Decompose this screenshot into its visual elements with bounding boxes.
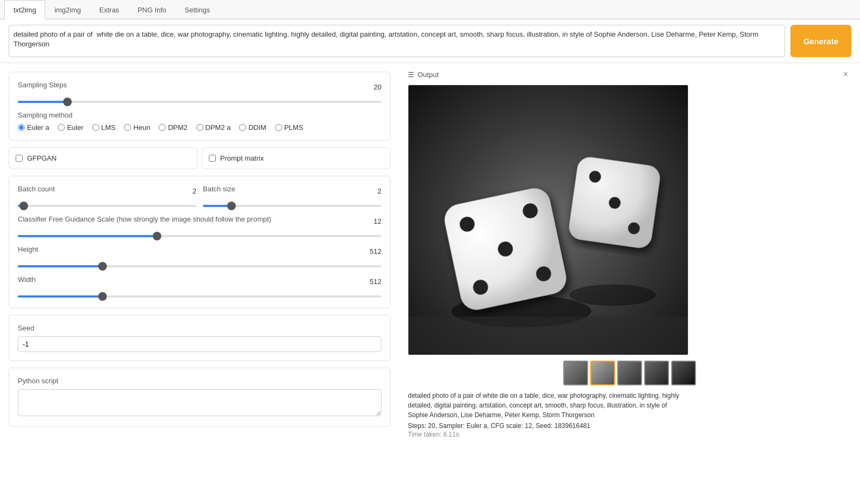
height-section: Height 512 — [18, 245, 381, 269]
prompt-matrix-label: Prompt matrix — [220, 154, 264, 162]
gfpgan-checkbox[interactable] — [16, 155, 23, 162]
tab-img2img[interactable]: img2img — [45, 0, 90, 19]
radio-dpm2[interactable]: DPM2 — [159, 123, 187, 132]
thumbnail-3[interactable] — [617, 361, 642, 385]
generate-button[interactable]: Generate — [790, 25, 851, 57]
batch-size-col: Batch size 2 — [203, 185, 381, 209]
sampling-method-label: Sampling method — [18, 111, 381, 119]
python-script-label: Python script — [18, 377, 381, 385]
radio-lms[interactable]: LMS — [92, 123, 116, 132]
width-slider[interactable] — [18, 295, 381, 298]
radio-dpm2-label: DPM2 — [168, 123, 187, 132]
thumbnail-2[interactable] — [590, 361, 615, 385]
output-header: ☰ Output × — [408, 68, 851, 80]
radio-plms-label: PLMS — [284, 123, 303, 132]
python-script-box: Python script — [9, 368, 391, 427]
radio-heun-input[interactable] — [124, 124, 131, 131]
tabs-bar: txt2img img2img Extras PNG Info Settings — [0, 0, 860, 19]
seed-label: Seed — [18, 324, 381, 332]
width-label: Width — [18, 275, 36, 284]
dice-image — [408, 85, 688, 355]
radio-dpm2a-input[interactable] — [196, 124, 203, 131]
sampling-steps-row: Sampling Steps 20 — [18, 81, 381, 93]
seed-input[interactable] — [18, 336, 381, 352]
checkboxes-row: GFPGAN Prompt matrix — [9, 147, 391, 169]
batch-count-col: Batch count 2 — [18, 185, 196, 209]
batch-size-label: Batch size — [203, 185, 235, 193]
height-label: Height — [18, 245, 38, 253]
prompt-matrix-group: Prompt matrix — [202, 147, 391, 169]
batch-count-slider[interactable] — [18, 205, 196, 207]
main-content: Sampling Steps 20 Sampling method Euler … — [0, 63, 860, 504]
sampling-steps-value: 20 — [365, 83, 381, 91]
height-slider[interactable] — [18, 265, 381, 267]
radio-heun-label: Heun — [133, 123, 150, 132]
tab-extras[interactable]: Extras — [90, 0, 128, 19]
width-value: 512 — [365, 278, 381, 286]
output-time: Time taken: 8.11s — [408, 431, 851, 438]
radio-euler-a-input[interactable] — [18, 124, 25, 131]
thumbnail-1[interactable] — [563, 361, 588, 385]
sampling-steps-label: Sampling Steps — [18, 81, 67, 89]
radio-euler[interactable]: Euler — [58, 123, 83, 132]
output-label-row: ☰ Output — [408, 71, 439, 79]
thumbnails-row — [408, 361, 851, 385]
prompt-matrix-checkbox[interactable] — [209, 155, 216, 162]
right-panel: ☰ Output × — [399, 63, 860, 504]
tab-txt2img[interactable]: txt2img — [4, 0, 45, 19]
radio-plms[interactable]: PLMS — [275, 123, 303, 132]
radio-heun[interactable]: Heun — [124, 123, 150, 132]
svg-rect-14 — [408, 316, 688, 354]
radio-ddim[interactable]: DDIM — [239, 123, 266, 132]
batch-size-slider[interactable] — [203, 205, 381, 207]
left-panel: Sampling Steps 20 Sampling method Euler … — [0, 63, 399, 504]
height-value: 512 — [365, 247, 381, 256]
python-script-input[interactable] — [18, 389, 381, 416]
thumbnail-4[interactable] — [644, 361, 669, 385]
output-icon: ☰ — [408, 71, 414, 79]
output-meta: Steps: 20, Sampler: Euler a, CFG scale: … — [408, 422, 851, 430]
sampling-method-options: Euler a Euler LMS Heun — [18, 123, 381, 132]
batch-size-value: 2 — [365, 187, 381, 195]
cfg-scale-section: Classifier Free Guidance Scale (how stro… — [18, 215, 381, 239]
batch-settings-box: Batch count 2 Batch size 2 — [9, 176, 391, 308]
cfg-scale-value: 12 — [365, 217, 381, 225]
output-label-text: Output — [418, 71, 439, 79]
radio-dpm2-input[interactable] — [159, 124, 166, 131]
batch-count-label: Batch count — [18, 185, 55, 193]
radio-dpm2a-label: DPM2 a — [206, 123, 231, 132]
tab-settings[interactable]: Settings — [175, 0, 219, 19]
batch-row: Batch count 2 Batch size 2 — [18, 185, 381, 209]
close-button[interactable]: × — [840, 68, 851, 80]
gfpgan-label: GFPGAN — [27, 154, 57, 162]
radio-dpm2a[interactable]: DPM2 a — [196, 123, 231, 132]
radio-euler-a[interactable]: Euler a — [18, 123, 49, 132]
sampling-settings-box: Sampling Steps 20 Sampling method Euler … — [9, 72, 391, 141]
radio-euler-label: Euler — [67, 123, 83, 132]
radio-lms-label: LMS — [101, 123, 116, 132]
output-caption: detailed photo of a pair of white die on… — [408, 391, 688, 420]
sampling-method-section: Sampling method Euler a Euler LMS — [18, 111, 381, 132]
radio-lms-input[interactable] — [92, 124, 99, 131]
cfg-scale-label: Classifier Free Guidance Scale (how stro… — [18, 215, 271, 223]
radio-plms-input[interactable] — [275, 124, 282, 131]
seed-box: Seed — [9, 315, 391, 361]
thumbnail-5[interactable] — [671, 361, 696, 385]
prompt-area: Generate — [0, 19, 860, 63]
radio-ddim-label: DDIM — [248, 123, 266, 132]
cfg-scale-slider[interactable] — [18, 235, 381, 237]
sampling-steps-slider-container — [18, 96, 381, 105]
svg-point-2 — [570, 285, 656, 306]
sampling-steps-slider[interactable] — [18, 101, 381, 103]
radio-ddim-input[interactable] — [239, 124, 246, 131]
prompt-input[interactable] — [9, 25, 785, 57]
gfpgan-group: GFPGAN — [9, 147, 197, 169]
batch-count-value: 2 — [180, 187, 196, 195]
width-section: Width 512 — [18, 275, 381, 299]
output-image-container — [408, 85, 688, 355]
radio-euler-input[interactable] — [58, 124, 65, 131]
tab-pnginfo[interactable]: PNG Info — [128, 0, 175, 19]
radio-euler-a-label: Euler a — [27, 123, 49, 132]
